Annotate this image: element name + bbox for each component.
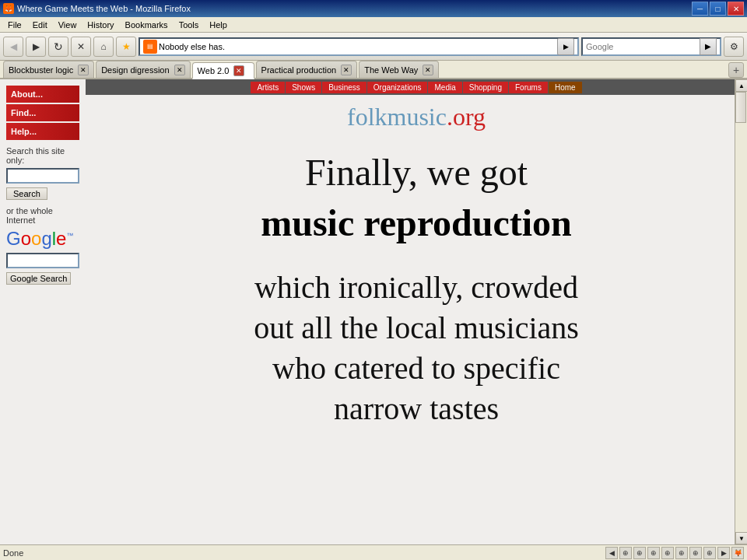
sidebar: About... Find... Help... Search this sit…: [0, 79, 86, 544]
statusbar: Done ◀ ⊕ ⊕ ⊕ ⊕ ⊕ ⊕ ⊕ ▶ 🦊: [0, 544, 747, 560]
google-search-bar: ▶: [581, 37, 721, 56]
site-search-button[interactable]: Search: [6, 187, 47, 200]
scrollbar: ▲ ▼: [735, 79, 747, 544]
status-icon-2: ⊕: [619, 547, 632, 559]
tab-close-webway[interactable]: ✕: [423, 65, 433, 75]
tab-label: Web 2.0: [198, 66, 230, 75]
sidebar-about-button[interactable]: About...: [6, 86, 79, 103]
nav-forums[interactable]: Forums: [509, 82, 548, 93]
tab-practical-production[interactable]: Practical production ✕: [256, 61, 358, 78]
reload-button[interactable]: ↻: [48, 37, 68, 57]
site-search-input[interactable]: [6, 168, 79, 184]
feed-icon: ▤: [143, 40, 157, 54]
google-o1: o: [21, 228, 31, 249]
window-title: Where Game Meets the Web - Mozilla Firef…: [17, 4, 191, 13]
status-icon-1: ◀: [605, 547, 618, 559]
tab-close-web20[interactable]: ✕: [233, 65, 244, 76]
google-search-input[interactable]: [586, 42, 700, 51]
menu-help[interactable]: Help: [205, 19, 232, 30]
tab-label: Design digression: [101, 65, 169, 75]
sidebar-help-button[interactable]: Help...: [6, 123, 79, 140]
tab-close-blockbuster[interactable]: ✕: [78, 65, 89, 75]
scroll-up-button[interactable]: ▲: [735, 79, 747, 92]
tab-blockbuster-logic[interactable]: Blockbuster logic ✕: [3, 61, 94, 78]
google-g: G: [6, 228, 21, 249]
address-bar: ▤ ▶: [139, 37, 579, 56]
google-tm: ™: [66, 232, 73, 240]
site-nav: Artists Shows Business Organizations Med…: [86, 79, 747, 95]
google-search-sidebar-button[interactable]: Google Search: [6, 272, 71, 285]
google-search-sidebar-input[interactable]: [6, 253, 79, 268]
stop-button[interactable]: ✕: [71, 37, 91, 57]
status-icon-5: ⊕: [661, 547, 674, 559]
main-headline-line2: music reproduction: [117, 201, 716, 244]
nav-home[interactable]: Home: [549, 82, 582, 93]
google-e: e: [56, 228, 66, 249]
site-logo[interactable]: folkmusic.org: [347, 103, 486, 131]
google-search-go-button[interactable]: ▶: [700, 38, 717, 55]
status-icon-8: ⊕: [703, 547, 716, 559]
maximize-button[interactable]: □: [710, 2, 726, 16]
browser-content: About... Find... Help... Search this sit…: [0, 79, 747, 544]
nav-organizations[interactable]: Organizations: [367, 82, 428, 93]
toolbar: ◀ ▶ ↻ ✕ ⌂ ★ ▤ ▶ ▶ ⚙: [0, 33, 747, 61]
status-icon-4: ⊕: [647, 547, 660, 559]
search-label: Search this site only:: [6, 146, 79, 165]
back-button[interactable]: ◀: [3, 37, 23, 57]
tab-close-practical[interactable]: ✕: [341, 65, 352, 75]
status-icon-3: ⊕: [633, 547, 646, 559]
status-icon-7: ⊕: [689, 547, 702, 559]
go-button[interactable]: ▶: [557, 38, 574, 55]
scroll-down-button[interactable]: ▼: [735, 532, 747, 544]
statusbar-icons: ◀ ⊕ ⊕ ⊕ ⊕ ⊕ ⊕ ⊕ ▶ 🦊: [605, 547, 744, 559]
or-text: or the whole Internet: [6, 206, 79, 225]
settings-button[interactable]: ⚙: [724, 37, 744, 57]
nav-shopping[interactable]: Shopping: [463, 82, 508, 93]
page-content: About... Find... Help... Search this sit…: [0, 79, 747, 544]
home-button[interactable]: ⌂: [93, 37, 114, 57]
menu-history[interactable]: History: [82, 19, 118, 30]
main-content: Artists Shows Business Organizations Med…: [86, 79, 747, 544]
close-button[interactable]: ✕: [728, 2, 744, 16]
main-body-text: which ironically, crowdedout all the loc…: [117, 268, 716, 429]
scrollbar-thumb[interactable]: [735, 92, 746, 123]
status-icon-last: 🦊: [731, 547, 744, 559]
status-icon-zoom[interactable]: ▶: [717, 547, 730, 559]
status-text: Done: [3, 548, 23, 558]
forward-button[interactable]: ▶: [26, 37, 46, 57]
menu-edit[interactable]: Edit: [28, 19, 52, 30]
main-headline-line1: Finally, we got: [117, 151, 716, 194]
minimize-button[interactable]: ─: [692, 2, 708, 16]
google-g2: g: [41, 228, 51, 249]
menu-view[interactable]: View: [54, 19, 82, 30]
new-tab-button[interactable]: +: [728, 62, 744, 78]
google-logo: Google™: [6, 228, 79, 250]
nav-artists[interactable]: Artists: [251, 82, 285, 93]
status-icon-6: ⊕: [675, 547, 688, 559]
address-input[interactable]: [159, 42, 557, 51]
menu-bookmarks[interactable]: Bookmarks: [121, 19, 173, 30]
tab-label: Practical production: [261, 65, 337, 75]
tab-label: Blockbuster logic: [9, 65, 73, 75]
sidebar-find-button[interactable]: Find...: [6, 104, 79, 121]
menu-tools[interactable]: Tools: [174, 19, 204, 30]
main-text-area: Finally, we got music reproduction which…: [86, 135, 747, 445]
nav-media[interactable]: Media: [428, 82, 461, 93]
tab-close-design[interactable]: ✕: [174, 65, 185, 75]
google-o2: o: [31, 228, 41, 249]
firefox-icon: 🦊: [3, 3, 14, 14]
menubar: File Edit View History Bookmarks Tools H…: [0, 17, 747, 33]
tab-label: The Web Way: [364, 65, 418, 75]
tab-design-digression[interactable]: Design digression ✕: [96, 61, 190, 78]
bookmark-button[interactable]: ★: [116, 37, 136, 57]
tabs-bar: Blockbuster logic ✕ Design digression ✕ …: [0, 61, 747, 79]
nav-business[interactable]: Business: [322, 82, 366, 93]
scrollbar-track[interactable]: [735, 92, 747, 532]
menu-file[interactable]: File: [3, 19, 26, 30]
site-logo-area: folkmusic.org: [86, 95, 747, 135]
titlebar: 🦊 Where Game Meets the Web - Mozilla Fir…: [0, 0, 747, 17]
tab-web-way[interactable]: The Web Way ✕: [359, 61, 439, 78]
nav-shows[interactable]: Shows: [286, 82, 321, 93]
tab-web-20[interactable]: Web 2.0 ✕: [192, 62, 254, 79]
